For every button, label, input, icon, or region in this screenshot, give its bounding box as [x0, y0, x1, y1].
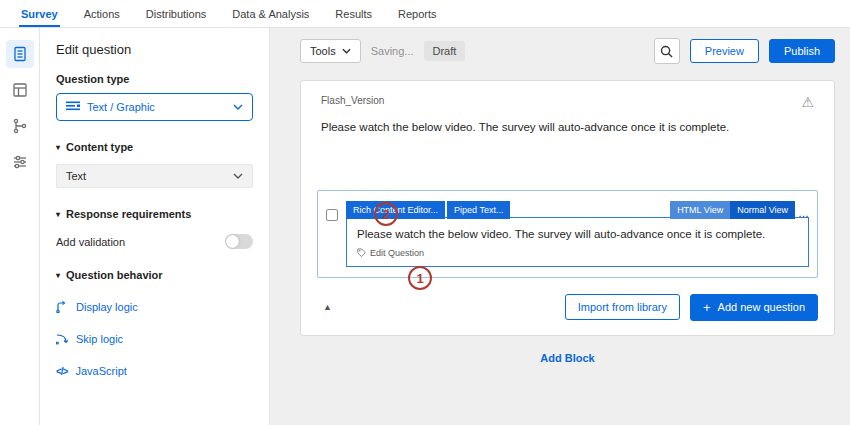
- rail-survey-builder-icon[interactable]: [6, 40, 34, 68]
- section-content-type[interactable]: ▾ Content type: [56, 141, 253, 153]
- question-preview-text: Please watch the below video. The survey…: [321, 119, 751, 136]
- chevron-down-icon: [233, 173, 243, 179]
- tools-button[interactable]: Tools: [300, 39, 361, 63]
- block-canvas: Flash_Version ⚠ Please watch the below v…: [270, 72, 850, 425]
- more-options-icon[interactable]: …: [798, 208, 809, 219]
- view-switcher: HTML View Normal View …: [670, 201, 809, 219]
- annotation-circle-1: 1: [408, 266, 432, 290]
- import-from-library-button[interactable]: Import from library: [565, 294, 680, 320]
- nav-tab-results[interactable]: Results: [322, 0, 385, 27]
- caret-down-icon: ▾: [56, 271, 60, 280]
- annotation-circle-2: 2: [374, 202, 398, 226]
- add-validation-label: Add validation: [56, 236, 125, 248]
- search-icon: [660, 45, 673, 58]
- edit-question-button[interactable]: Edit Question: [347, 248, 808, 266]
- javascript-label: JavaScript: [75, 365, 126, 377]
- javascript-link[interactable]: </> JavaScript: [56, 365, 253, 377]
- code-icon: </>: [56, 366, 67, 377]
- nav-tab-data-analysis[interactable]: Data & Analysis: [219, 0, 322, 27]
- saving-status: Saving...: [371, 45, 414, 57]
- nav-tab-results-label: Results: [335, 8, 372, 20]
- plus-icon: +: [703, 301, 711, 314]
- add-validation-row: Add validation: [56, 234, 253, 249]
- tab-piped-text[interactable]: Piped Text...: [447, 201, 510, 219]
- nav-tab-distributions[interactable]: Distributions: [133, 0, 220, 27]
- nav-tab-distributions-label: Distributions: [146, 8, 207, 20]
- nav-tab-actions-label: Actions: [84, 8, 120, 20]
- display-logic-label: Display logic: [76, 301, 138, 313]
- text-graphic-icon: [66, 101, 80, 113]
- add-block-link[interactable]: Add Block: [300, 352, 835, 364]
- block-actions-row: ▲ Import from library + Add new question: [317, 294, 818, 321]
- rail-survey-flow-icon[interactable]: [6, 112, 34, 140]
- normal-view-button[interactable]: Normal View: [730, 201, 795, 219]
- question-checkbox[interactable]: [326, 209, 338, 221]
- section-response-requirements[interactable]: ▾ Response requirements: [56, 208, 253, 220]
- skip-logic-link[interactable]: Skip logic: [56, 333, 253, 345]
- preview-button[interactable]: Preview: [690, 39, 759, 63]
- edit-question-panel: Edit question Question type Text / Graph…: [40, 28, 270, 425]
- question-behavior-label: Question behavior: [66, 269, 163, 281]
- content-type-select[interactable]: Text: [56, 164, 253, 188]
- display-logic-link[interactable]: Display logic: [56, 301, 253, 313]
- question-preview-header: Flash_Version ⚠: [317, 93, 818, 109]
- nav-tab-reports-label: Reports: [398, 8, 437, 20]
- question-type-value: Text / Graphic: [87, 101, 155, 113]
- left-icon-rail: [0, 28, 40, 425]
- top-nav: Survey Actions Distributions Data & Anal…: [0, 0, 850, 28]
- nav-tab-survey[interactable]: Survey: [8, 0, 71, 27]
- toggle-knob: [226, 235, 239, 248]
- add-validation-toggle[interactable]: [225, 234, 253, 249]
- content-type-label: Content type: [66, 141, 133, 153]
- survey-canvas: Tools Saving... Draft Preview Publish Fl…: [270, 28, 850, 425]
- editor-tabs-row: Rich Content Editor... Piped Text... HTM…: [346, 201, 809, 219]
- rail-survey-options-icon[interactable]: [6, 148, 34, 176]
- tools-label: Tools: [310, 45, 336, 57]
- caret-down-icon: ▾: [56, 143, 60, 152]
- chevron-down-icon: [342, 48, 351, 54]
- skip-logic-label: Skip logic: [76, 333, 123, 345]
- warning-icon: ⚠: [801, 95, 814, 109]
- question-type-select[interactable]: Text / Graphic: [56, 93, 253, 121]
- nav-tab-actions[interactable]: Actions: [71, 0, 133, 27]
- panel-title: Edit question: [56, 42, 253, 57]
- nav-tab-survey-label: Survey: [21, 8, 58, 20]
- search-button[interactable]: [654, 38, 680, 64]
- rail-look-feel-icon[interactable]: [6, 76, 34, 104]
- collapse-block-button[interactable]: ▲: [323, 302, 332, 312]
- question-text-input[interactable]: Please watch the below video. The survey…: [347, 218, 792, 247]
- nav-tab-data-analysis-label: Data & Analysis: [232, 8, 309, 20]
- edit-question-label: Edit Question: [370, 248, 424, 258]
- skip-logic-icon: [56, 333, 68, 345]
- html-view-button[interactable]: HTML View: [670, 201, 730, 219]
- question-type-label: Question type: [56, 73, 253, 85]
- toolbar: Tools Saving... Draft Preview Publish: [270, 28, 850, 72]
- draft-badge[interactable]: Draft: [424, 41, 466, 61]
- publish-button[interactable]: Publish: [769, 39, 835, 63]
- rich-text-editor: Rich Content Editor... Piped Text... HTM…: [346, 217, 809, 266]
- chevron-down-icon: [233, 104, 243, 110]
- add-new-question-label: Add new question: [718, 301, 805, 313]
- content-type-value: Text: [66, 170, 86, 182]
- add-new-question-button[interactable]: + Add new question: [690, 294, 818, 321]
- display-logic-icon: [56, 301, 68, 313]
- tag-icon: [357, 248, 366, 257]
- response-requirements-label: Response requirements: [66, 208, 191, 220]
- question-name: Flash_Version: [321, 95, 384, 106]
- section-question-behavior[interactable]: ▾ Question behavior: [56, 269, 253, 281]
- nav-tab-reports[interactable]: Reports: [385, 0, 450, 27]
- app-window: Survey Actions Distributions Data & Anal…: [0, 0, 850, 425]
- caret-down-icon: ▾: [56, 210, 60, 219]
